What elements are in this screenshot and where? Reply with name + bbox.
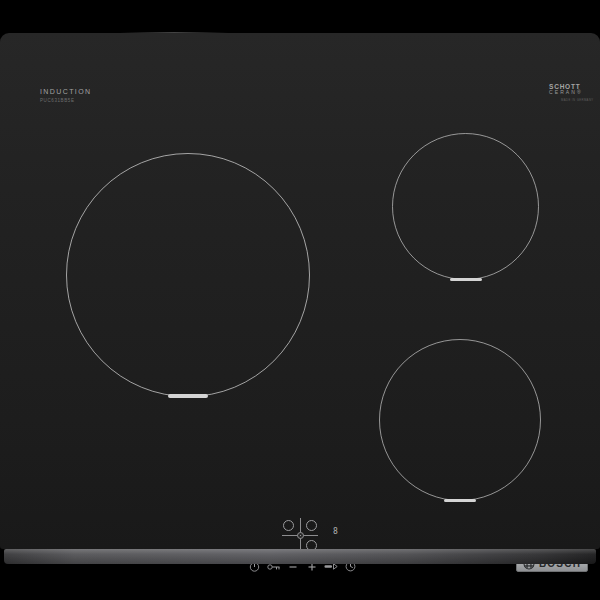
schott-ceran-logo: SCHOTT CERAN® MADE IN GERMANY: [549, 83, 594, 102]
hob-glass-surface: INDUCTION PUC631BB5E SCHOTT CERAN® MADE …: [0, 33, 600, 549]
zone-front-marker: [168, 394, 208, 398]
zone-select-back-right-icon: [306, 520, 317, 531]
ceran-wordmark: CERAN®: [549, 90, 594, 96]
made-in-germany-label: MADE IN GERMANY: [561, 99, 594, 102]
powerboost-icon: [324, 563, 338, 570]
zone-front-marker: [444, 499, 476, 503]
induction-label: INDUCTION: [40, 88, 92, 95]
cooking-zone-front-left-large: [66, 153, 310, 397]
cooking-zone-front-right: [379, 339, 541, 501]
power-level-display: 8: [333, 527, 338, 536]
product-photo[interactable]: INDUCTION PUC631BB5E SCHOTT CERAN® MADE …: [0, 0, 600, 600]
zone-selector-center-icon: [297, 532, 304, 539]
front-bevel-trim: [4, 549, 596, 564]
zone-select-left-icon: [283, 520, 294, 531]
zone-front-marker: [450, 278, 482, 282]
surface-print-block: INDUCTION PUC631BB5E: [40, 88, 92, 103]
model-number-label: PUC631BB5E: [40, 98, 92, 103]
cooking-zone-back-right: [392, 133, 539, 280]
